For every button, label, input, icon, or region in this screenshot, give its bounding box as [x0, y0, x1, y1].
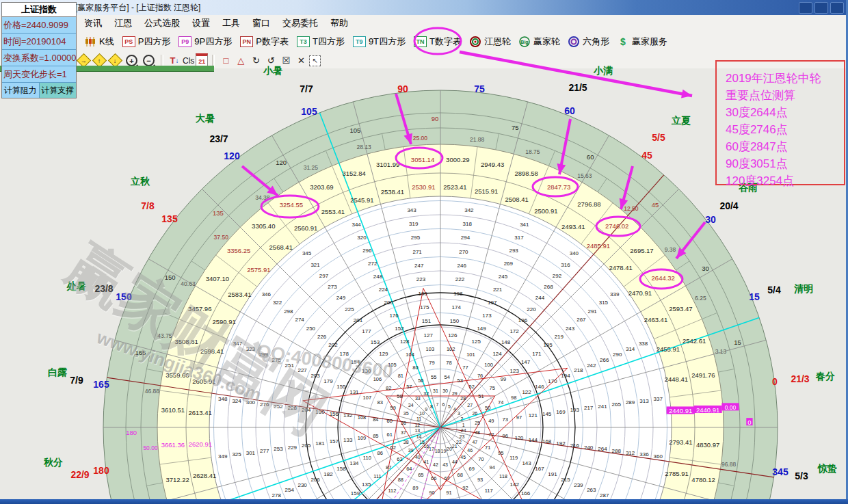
svg-text:156: 156 [330, 411, 339, 417]
svg-text:91: 91 [446, 490, 451, 496]
svg-text:200: 200 [384, 300, 394, 306]
svg-text:6.25: 6.25 [695, 295, 706, 302]
svg-text:81: 81 [398, 373, 403, 379]
svg-text:73: 73 [503, 416, 508, 423]
svg-text:2: 2 [460, 416, 463, 421]
svg-text:318: 318 [463, 221, 473, 227]
toolbar-p-number-table[interactable]: PNP数字表 [236, 34, 293, 50]
svg-text:2620.91: 2620.91 [189, 440, 212, 448]
svg-text:277: 277 [260, 448, 269, 454]
svg-text:246: 246 [458, 263, 467, 269]
svg-text:148: 148 [501, 339, 511, 345]
svg-text:142: 142 [510, 481, 520, 488]
svg-text:143: 143 [522, 460, 531, 466]
svg-text:39: 39 [408, 448, 414, 453]
svg-text:40: 40 [415, 455, 421, 460]
toolbar-gann-wheel[interactable]: 江恩轮 [466, 34, 515, 50]
svg-text:11: 11 [416, 416, 421, 421]
svg-text:3457.96: 3457.96 [188, 305, 211, 313]
svg-text:245: 245 [499, 274, 508, 280]
cross-arrows-icon[interactable]: ✕ [294, 55, 308, 67]
t-axis-icon[interactable]: T↓ [168, 55, 181, 67]
svg-text:165: 165 [135, 349, 146, 356]
svg-text:198: 198 [453, 291, 463, 297]
svg-text:63: 63 [397, 456, 402, 462]
svg-text:133: 133 [343, 437, 353, 443]
minimize-icon[interactable] [799, 2, 812, 14]
wheel-label-小暑: 小暑 [263, 65, 282, 77]
svg-text:25: 25 [475, 421, 480, 425]
window-controls[interactable] [799, 2, 844, 14]
svg-text:58: 58 [397, 393, 402, 399]
svg-text:321: 321 [310, 262, 320, 268]
svg-text:0: 0 [747, 419, 751, 426]
svg-text:267: 267 [577, 317, 586, 323]
svg-text:4780.12: 4780.12 [691, 476, 715, 483]
svg-text:171: 171 [532, 351, 542, 357]
menu-8[interactable]: 交易委托 [276, 16, 324, 31]
wheel-label-23/7: 23/7 [209, 133, 228, 144]
svg-text:342: 342 [464, 207, 474, 213]
svg-text:295: 295 [411, 235, 421, 241]
svg-text:271: 271 [412, 249, 422, 255]
svg-text:3000.29: 3000.29 [446, 156, 469, 163]
toolbar-winner-wheel[interactable]: Big赢家轮 [515, 34, 564, 50]
svg-text:106: 106 [373, 376, 382, 382]
svg-text:202: 202 [328, 342, 338, 348]
svg-text:134: 134 [349, 460, 359, 466]
svg-text:15: 15 [734, 339, 741, 346]
svg-text:88: 88 [398, 477, 403, 483]
svg-text:54: 54 [445, 374, 450, 380]
toolbar-winner-service[interactable]: $赢家服务 [613, 34, 672, 50]
menu-9[interactable]: 帮助 [324, 16, 354, 31]
svg-text:51: 51 [478, 393, 483, 399]
select-tool-icon[interactable]: ↖ [309, 55, 321, 66]
toolbar-9p-square[interactable]: P99P四方形 [174, 34, 236, 50]
toolbar-t-square[interactable]: T3T四方形 [293, 34, 349, 50]
toolbar-t-number-table[interactable]: TNT数字表 [410, 34, 466, 50]
menu-6[interactable]: 工具 [216, 16, 246, 31]
menu-2[interactable]: 资讯 [78, 16, 108, 31]
svg-text:40.63: 40.63 [181, 280, 196, 287]
calc-resistance-button[interactable]: 计算阻力 [2, 83, 40, 98]
zoom-in-icon[interactable]: + [126, 55, 137, 66]
svg-text:21: 21 [452, 444, 458, 449]
svg-text:157: 157 [330, 438, 339, 445]
svg-text:288: 288 [612, 448, 622, 454]
toolbar-kline[interactable]: K线 [81, 34, 118, 50]
triangle-tool-icon[interactable]: △ [234, 55, 248, 67]
menu-7[interactable]: 窗口 [246, 16, 276, 31]
svg-text:219: 219 [555, 334, 564, 340]
wheel-label-60: 60 [564, 105, 575, 116]
svg-text:97: 97 [516, 414, 522, 421]
svg-text:2898.58: 2898.58 [515, 170, 538, 177]
svg-text:3661.36: 3661.36 [161, 441, 185, 449]
toolbar-9t-square[interactable]: T99T四方形 [349, 34, 410, 50]
svg-text:120: 120 [276, 159, 287, 166]
cls-icon[interactable]: Cls [183, 55, 194, 67]
close-icon[interactable] [830, 2, 844, 14]
winner-service-icon: $ [618, 36, 629, 47]
menu-4[interactable]: 公式选股 [138, 16, 186, 31]
maximize-icon[interactable] [814, 2, 828, 14]
menu-3[interactable]: 江恩 [108, 16, 138, 31]
calc-support-button[interactable]: 计算支撑 [40, 83, 77, 98]
svg-text:2485.91: 2485.91 [587, 242, 610, 250]
svg-text:80: 80 [412, 364, 418, 371]
wheel-label-105: 105 [301, 106, 317, 117]
menu-5[interactable]: 设置 [186, 16, 216, 31]
svg-text:50.00: 50.00 [143, 445, 158, 451]
square-tool-icon[interactable]: □ [219, 55, 233, 67]
svg-text:3152.84: 3152.84 [343, 170, 366, 177]
p-square-icon: PS [122, 36, 135, 47]
zoom-out-icon[interactable]: − [143, 55, 155, 66]
panel-row-1: 时间=20190104 [2, 34, 76, 50]
svg-text:316: 316 [561, 262, 570, 268]
svg-text:107: 107 [363, 395, 372, 401]
toolbar-hexagon[interactable]: 六角形 [564, 34, 613, 50]
svg-text:2593.47: 2593.47 [669, 305, 692, 313]
wheel-label-秋分: 秋分 [44, 457, 63, 469]
svg-text:87: 87 [386, 464, 391, 470]
toolbar-p-square[interactable]: PSP四方形 [118, 34, 175, 50]
rotate-cw-icon[interactable]: ↻ [249, 55, 263, 67]
